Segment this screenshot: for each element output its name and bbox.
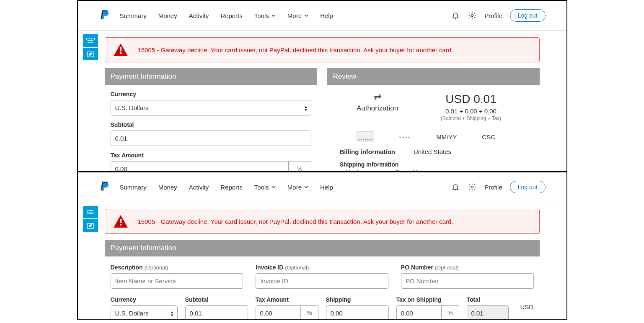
paypal-logo xyxy=(99,9,110,22)
currency-select-w[interactable]: U.S. Dollars xyxy=(111,305,178,320)
svg-rect-2 xyxy=(120,47,122,51)
chevron-down-icon xyxy=(304,186,308,188)
payment-info-header: Payment Information xyxy=(105,240,540,256)
exchange-icon: ⇌ xyxy=(340,92,415,102)
gear-icon[interactable] xyxy=(468,182,477,192)
currency-select[interactable]: U.S. Dollars xyxy=(111,100,311,115)
breakdown-note: (Subtotal + Shipping + Tax) xyxy=(415,115,527,121)
taxship-label-w: Tax on Shipping xyxy=(396,296,459,303)
profile-link[interactable]: Profile xyxy=(484,184,502,191)
currency-label: Currency xyxy=(111,91,311,97)
tax-label-w: Tax Amount xyxy=(256,296,318,303)
tax-pct-w[interactable]: % xyxy=(301,305,318,320)
card-expiry: MM/YY xyxy=(436,133,457,141)
svg-rect-3 xyxy=(120,52,122,54)
shipping-info-label: Shipping information xyxy=(340,161,527,168)
subtotal-input-w[interactable] xyxy=(185,305,248,320)
logout-button[interactable]: Log out xyxy=(510,181,546,193)
usd-suffix: USD xyxy=(520,303,534,314)
profile-link[interactable]: Profile xyxy=(484,12,502,19)
card-mask: ···· xyxy=(399,133,411,141)
nav-summary[interactable]: Summary xyxy=(120,12,147,19)
description-input[interactable] xyxy=(111,273,243,289)
alert-message: 15005 - Gateway decline: Your card issue… xyxy=(138,218,453,225)
nav-activity[interactable]: Activity xyxy=(189,12,209,19)
svg-point-0 xyxy=(471,15,473,17)
chevron-down-icon xyxy=(272,14,276,17)
subtotal-input[interactable] xyxy=(111,131,311,146)
invoice-input[interactable] xyxy=(256,273,388,289)
logout-button[interactable]: Log out xyxy=(510,9,546,22)
svg-point-4 xyxy=(471,186,473,188)
taxship-pct-w[interactable]: % xyxy=(442,305,459,320)
review-panel: Review ⇌ Authorization USD 0.01 0.01 + 0… xyxy=(327,68,540,172)
tax-input-w[interactable] xyxy=(256,305,301,320)
nav-help[interactable]: Help xyxy=(320,184,333,191)
total-input-w xyxy=(467,305,509,320)
card-csc: CSC xyxy=(482,133,495,141)
nav-reports[interactable]: Reports xyxy=(220,12,243,19)
total-amount: USD 0.01 xyxy=(415,92,527,106)
review-header: Review xyxy=(327,68,540,85)
payment-info-header: Payment Information xyxy=(105,68,317,85)
authorization-label: Authorization xyxy=(340,104,415,113)
chevron-down-icon xyxy=(272,186,276,188)
top-header: Summary Money Activity Reports Tools Mor… xyxy=(78,1,566,30)
bell-icon[interactable] xyxy=(451,11,460,20)
bell-icon[interactable] xyxy=(451,182,460,192)
shipping-input-w[interactable] xyxy=(326,305,389,320)
payment-info-wide-panel: Payment Information Description (Optiona… xyxy=(105,240,540,320)
taxship-input-w[interactable] xyxy=(396,305,442,320)
tax-pct-input[interactable]: % xyxy=(289,161,311,172)
nav-activity[interactable]: Activity xyxy=(189,184,209,191)
total-label-w: Total xyxy=(467,296,509,303)
paypal-logo xyxy=(99,181,110,193)
payment-info-panel: Payment Information Currency U.S. Dollar… xyxy=(105,68,317,172)
warning-icon xyxy=(114,215,128,228)
card-image-icon xyxy=(357,131,374,142)
nav-tools[interactable]: Tools xyxy=(254,12,276,19)
billing-label: Billing information xyxy=(340,148,396,155)
warning-icon xyxy=(114,44,128,56)
amount-breakdown: 0.01 + 0.00 + 0.00 xyxy=(415,108,527,115)
chevron-down-icon xyxy=(304,14,308,17)
nav-more[interactable]: More xyxy=(287,12,308,19)
nav-reports[interactable]: Reports xyxy=(220,184,243,191)
tax-label: Tax Amount xyxy=(111,152,311,159)
nav-summary[interactable]: Summary xyxy=(120,184,147,191)
nav-more[interactable]: More xyxy=(287,184,308,191)
invoice-label: Invoice ID (Optional) xyxy=(256,264,388,271)
shipping-label-w: Shipping xyxy=(326,296,389,303)
currency-label-w: Currency xyxy=(111,296,178,303)
nav-help[interactable]: Help xyxy=(320,12,333,19)
subtotal-label-w: Subtotal xyxy=(185,296,248,303)
gear-icon[interactable] xyxy=(468,11,477,20)
description-label: Description (Optional) xyxy=(111,264,243,271)
nav-money[interactable]: Money xyxy=(158,184,177,191)
error-alert: 15005 - Gateway decline: Your card issue… xyxy=(105,209,540,234)
subtotal-label: Subtotal xyxy=(111,121,311,128)
svg-rect-6 xyxy=(120,219,122,223)
billing-value: United States xyxy=(414,148,451,155)
error-alert: 15005 - Gateway decline: Your card issue… xyxy=(105,37,540,62)
po-label: PO Number (Optional) xyxy=(401,264,534,271)
nav-money[interactable]: Money xyxy=(158,12,177,19)
tax-input[interactable] xyxy=(111,161,289,172)
po-input[interactable] xyxy=(401,273,534,289)
top-header-2: Summary Money Activity Reports Tools Mor… xyxy=(78,172,566,202)
nav-tools[interactable]: Tools xyxy=(254,184,276,191)
svg-rect-7 xyxy=(120,224,122,226)
alert-message: 15005 - Gateway decline: Your card issue… xyxy=(138,46,453,54)
